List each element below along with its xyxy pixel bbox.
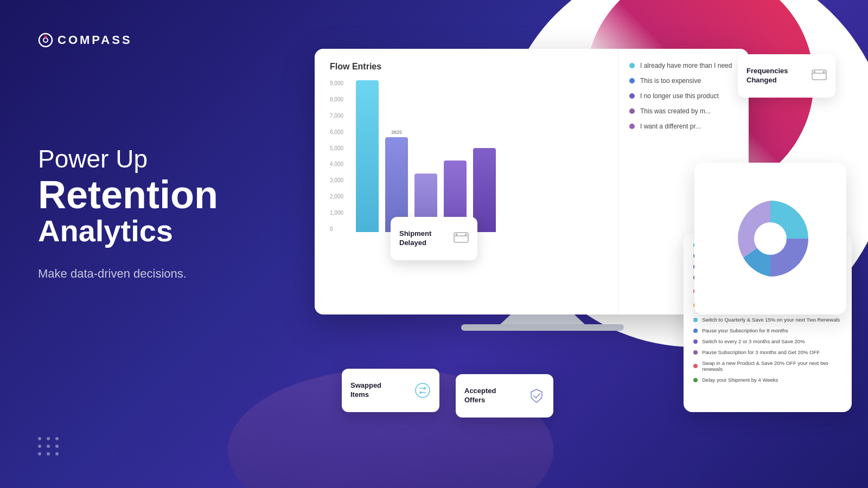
list-dot-12 [693,378,698,382]
list-item-8: Pause your Subscription for 8 months [693,328,842,333]
list-dot-10 [693,350,698,355]
legend-dot-1 [629,63,635,68]
chart-title: Flow Entries [330,62,603,72]
list-item-10: Pause Subscription for 3 months and Get … [693,349,842,355]
logo: COMPASS [38,33,277,48]
svg-point-1 [43,38,48,42]
list-item-9: Switch to every 2 or 3 months and Save 2… [693,338,842,344]
svg-point-11 [754,222,787,255]
bar-5 [473,148,496,232]
shipment-label: ShipmentDelayed [399,229,431,248]
list-item-11: Swap in a new Product & Save 20% OFF you… [693,360,842,372]
svg-rect-9 [456,234,457,235]
legend-dot-3 [629,93,635,99]
svg-point-2 [44,36,47,38]
list-dot-9 [693,339,698,344]
chart-panel: Flow Entries 9,000 8,000 7,000 6,000 5,0… [315,49,618,314]
list-dot-7 [693,318,698,322]
svg-rect-5 [814,71,815,73]
card-swapped: SwappedItems [342,369,439,412]
svg-rect-10 [465,234,467,235]
legend-item-1: I already have more than I need [629,62,738,69]
logo-text: COMPASS [58,33,132,47]
legend-item-4: This was created by m... [629,107,738,115]
pie-chart [705,174,835,304]
hero-text: Power Up Retention Analytics Make data-d… [38,145,277,455]
legend-item-3: I no longer use this product [629,92,738,100]
swapped-label: SwappedItems [350,381,381,400]
frequencies-icon [812,69,827,82]
list-item-12: Delay your Shipment by 4 Weeks [693,377,842,383]
monitor-base [461,324,624,331]
headline-line1: Power Up [38,145,277,173]
list-dot-8 [693,329,698,333]
dashboard-area: Flow Entries 9,000 8,000 7,000 6,000 5,0… [271,0,868,488]
left-panel: COMPASS Power Up Retention Analytics Mak… [0,0,315,488]
headline-line2: Retention [38,175,277,214]
svg-rect-6 [823,71,825,73]
subtitle: Make data-driven decisions. [38,267,277,281]
card-frequencies: FrequenciesChanged [738,54,835,98]
legend-item-5: I want a different pr... [629,123,738,130]
shipment-icon [454,232,469,245]
legend-dot-4 [629,108,635,114]
list-item-7: Switch to Quarterly & Save 15% on your n… [693,317,842,323]
legend-dot-2 [629,78,635,84]
bar-1 [356,80,379,232]
logo-icon [38,33,53,48]
svg-point-12 [416,383,430,397]
legend-dot-5 [629,124,635,129]
dots-decoration [38,437,60,455]
bar-chart: 9,000 8,000 7,000 6,000 5,000 4,000 3,00… [330,80,603,232]
card-shipment: ShipmentDelayed [391,217,477,260]
y-axis: 9,000 8,000 7,000 6,000 5,000 4,000 3,00… [330,80,343,232]
card-offers: AcceptedOffers [456,374,553,418]
headline-line3: Analytics [38,214,277,248]
frequencies-label: FrequenciesChanged [746,67,788,85]
pie-svg [727,195,814,282]
offers-icon [528,388,545,404]
list-dot-11 [693,364,698,368]
swapped-icon [414,382,431,399]
offers-label: AcceptedOffers [464,387,496,405]
card-pie [694,163,846,314]
legend-item-2: This is too expensive [629,77,738,85]
